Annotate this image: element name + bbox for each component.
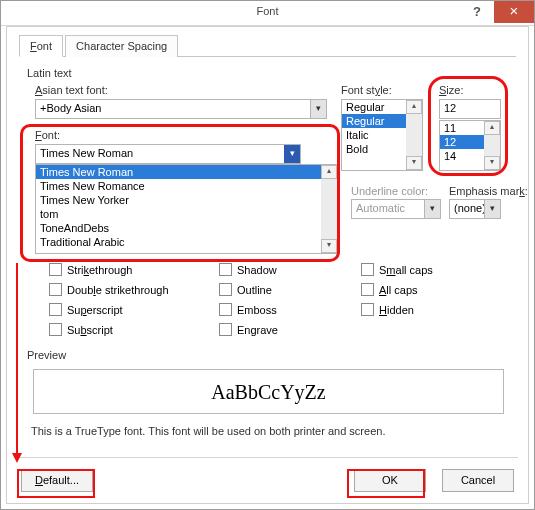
preview-label: Preview xyxy=(27,349,66,361)
font-value: Times New Roman xyxy=(40,147,133,159)
emboss-check[interactable]: Emboss xyxy=(219,303,277,316)
size-input[interactable]: 12 xyxy=(439,99,501,119)
tab-strip: Font Character Spacing xyxy=(19,35,516,57)
list-item[interactable]: Traditional Arabic xyxy=(36,235,337,249)
emphasis-combo[interactable]: (none) ▾ xyxy=(449,199,501,219)
list-item[interactable]: Times New Roman xyxy=(36,165,337,179)
default-button[interactable]: Default... xyxy=(21,469,93,492)
check-label: Engrave xyxy=(237,324,278,336)
check-label: Superscript xyxy=(67,304,123,316)
asian-font-value: +Body Asian xyxy=(40,102,101,114)
engrave-check[interactable]: Engrave xyxy=(219,323,278,336)
scrollbar[interactable]: ▴ ▾ xyxy=(406,100,422,170)
size-label: Size: xyxy=(439,84,463,96)
titlebar[interactable]: Font ? × xyxy=(1,1,534,26)
strikethrough-check[interactable]: Strikethrough xyxy=(49,263,132,276)
allcaps-check[interactable]: All caps xyxy=(361,283,418,296)
size-value: 12 xyxy=(444,102,456,114)
font-style-label: Font style: xyxy=(341,84,392,96)
client-area: Font Character Spacing Latin text Asian … xyxy=(6,26,529,504)
font-label: Font: xyxy=(35,129,60,141)
tab-font[interactable]: Font xyxy=(19,35,63,57)
check-label: Outline xyxy=(237,284,272,296)
latin-text-label: Latin text xyxy=(27,67,72,79)
emphasis-value: (none) xyxy=(454,202,486,214)
underline-color-value: Automatic xyxy=(356,202,405,214)
check-label: Strikethrough xyxy=(67,264,132,276)
superscript-check[interactable]: Superscript xyxy=(49,303,123,316)
chevron-down-icon[interactable]: ▾ xyxy=(284,145,300,163)
check-label: Shadow xyxy=(237,264,277,276)
preview-box: AaBbCcYyZz xyxy=(33,369,504,414)
ok-button[interactable]: OK xyxy=(354,469,426,492)
subscript-check[interactable]: Subscript xyxy=(49,323,113,336)
underline-color-combo: Automatic ▾ xyxy=(351,199,441,219)
cancel-button[interactable]: Cancel xyxy=(442,469,514,492)
font-combo[interactable]: Times New Roman ▾ xyxy=(35,144,301,164)
scrollbar[interactable]: ▴ ▾ xyxy=(321,165,337,253)
size-list[interactable]: 11 12 14 ▴ ▾ xyxy=(439,120,501,171)
emphasis-label: Emphasis mark: xyxy=(449,185,528,197)
list-item[interactable]: Times New Romance xyxy=(36,179,337,193)
double-strikethrough-check[interactable]: Double strikethrough xyxy=(49,283,169,296)
list-item[interactable]: Times New Yorker xyxy=(36,193,337,207)
check-label: Double strikethrough xyxy=(67,284,169,296)
hidden-check[interactable]: Hidden xyxy=(361,303,414,316)
chevron-down-icon: ▾ xyxy=(424,200,440,218)
outline-check[interactable]: Outline xyxy=(219,283,272,296)
list-item[interactable]: ToneAndDebs xyxy=(36,221,337,235)
tab-character-spacing[interactable]: Character Spacing xyxy=(65,35,178,57)
help-icon[interactable]: ? xyxy=(462,1,492,23)
underline-color-label: Underline color: xyxy=(351,185,428,197)
smallcaps-check[interactable]: Small caps xyxy=(361,263,433,276)
asian-font-label: Asian text font: xyxy=(35,84,108,96)
chevron-down-icon[interactable]: ▾ xyxy=(310,100,326,118)
check-label: Small caps xyxy=(379,264,433,276)
close-icon[interactable]: × xyxy=(494,1,534,23)
check-label: Hidden xyxy=(379,304,414,316)
shadow-check[interactable]: Shadow xyxy=(219,263,277,276)
check-label: Emboss xyxy=(237,304,277,316)
chevron-down-icon[interactable]: ▾ xyxy=(484,200,500,218)
window-title: Font xyxy=(256,5,278,17)
check-label: All caps xyxy=(379,284,418,296)
font-note: This is a TrueType font. This font will … xyxy=(31,425,504,437)
font-dropdown-list[interactable]: Times New Roman Times New Romance Times … xyxy=(35,164,338,254)
list-item[interactable]: tom xyxy=(36,207,337,221)
font-style-list[interactable]: Regular Regular Italic Bold ▴ ▾ xyxy=(341,99,423,171)
font-dialog: Font ? × Font Character Spacing Latin te… xyxy=(0,0,535,510)
asian-font-combo[interactable]: +Body Asian ▾ xyxy=(35,99,327,119)
scrollbar[interactable]: ▴ ▾ xyxy=(484,121,500,170)
check-label: Subscript xyxy=(67,324,113,336)
